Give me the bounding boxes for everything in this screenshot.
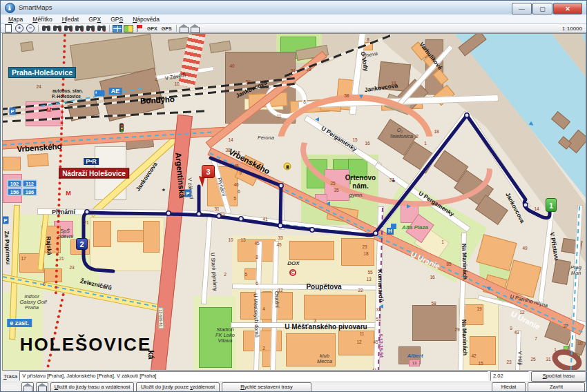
map-label: Man <box>571 270 581 276</box>
map-shape <box>552 259 571 284</box>
map-label: Nádraží Holešovice <box>59 168 129 179</box>
app-compass-icon <box>5 3 15 13</box>
search-button-1[interactable] <box>41 24 52 32</box>
house-number: 4 <box>155 77 157 82</box>
house-number: 23 <box>506 360 511 364</box>
menu-item-mapa[interactable]: Mapa <box>3 16 28 23</box>
house-number: 13 <box>366 277 371 282</box>
map-shape <box>304 295 366 320</box>
distance-field[interactable]: 2.02 <box>490 371 529 381</box>
flag-button[interactable] <box>134 24 145 32</box>
map-label: Poupětova <box>306 283 341 291</box>
ast-icon: * <box>392 178 395 186</box>
find-button[interactable]: Hledat <box>492 382 526 392</box>
menu-item-gpx[interactable]: GPX <box>84 16 106 23</box>
house-icon <box>23 386 32 392</box>
gps-button[interactable]: GPS <box>160 26 174 31</box>
house-number: 40 <box>229 63 234 68</box>
house-number: 33 <box>278 235 282 240</box>
house-number: 9 <box>239 170 242 175</box>
route-marker-3[interactable]: 3 <box>202 165 215 178</box>
house-number: 6 <box>43 282 46 286</box>
gpx-button[interactable]: GPX <box>145 26 160 31</box>
search-button-3[interactable] <box>63 24 74 32</box>
menu-bar: MapaMěřítkoHledatGPXGPSNápověda <box>1 14 586 24</box>
home-action-button-1[interactable] <box>21 382 34 392</box>
house-number: 3 <box>314 318 316 323</box>
map-label: Mecca <box>317 358 332 364</box>
maximize-button[interactable]: ▢ <box>532 3 552 14</box>
map-label: e zast. <box>7 319 32 327</box>
house-number: 33 <box>220 212 224 217</box>
map-label: O₂ <box>397 127 403 133</box>
map-label: P•R <box>84 158 99 165</box>
compute-route-button[interactable]: Spočítat trasu <box>531 371 586 382</box>
house-icon <box>180 27 189 33</box>
house-number: 4 <box>262 306 265 311</box>
zoom-in-button[interactable]: + <box>14 24 25 32</box>
search-button-5[interactable] <box>85 24 96 32</box>
menu-item-gps[interactable]: GPS <box>106 16 128 23</box>
map-label: V Háji <box>517 351 523 365</box>
home-action-button-2[interactable] <box>36 382 48 392</box>
trasa-label: Trasa <box>3 373 17 380</box>
house-number: 35 <box>334 188 338 193</box>
menu-item-měřítko[interactable]: Měřítko <box>28 16 57 23</box>
route-input[interactable]: V přístavu [Praha], Jablonského [Praha],… <box>19 371 488 381</box>
house-number: 9 <box>510 326 512 331</box>
home-button-1[interactable] <box>179 24 190 32</box>
house-number: 10 <box>174 81 179 86</box>
house-number: 49 <box>522 246 527 251</box>
cart-icon: 13 <box>409 360 420 366</box>
title-bar[interactable]: SmartMaps — ▢ ✕ <box>1 1 586 15</box>
binoculars-icon <box>42 26 50 31</box>
menu-item-hledat[interactable]: Hledat <box>57 16 84 23</box>
save-route-distance-button[interactable]: Uložit do jízdy trasu a vzdálenost <box>50 382 134 392</box>
menu-item-nápověda[interactable]: Nápověda <box>128 16 164 23</box>
house-number: 5 <box>233 196 236 201</box>
home-button-2[interactable] <box>190 24 201 32</box>
house-number: 8 <box>367 37 369 42</box>
house-number: 45 <box>254 241 259 246</box>
alta-icon <box>391 224 396 229</box>
save-distance-button[interactable]: Uložit do jízdy pouze vzdálenost <box>136 382 220 392</box>
house-number: 18 <box>391 81 396 86</box>
minimize-button[interactable]: — <box>512 3 532 14</box>
quick-route-button[interactable]: Rychlé sestavení trasy <box>222 382 311 392</box>
map-style-button[interactable] <box>123 24 134 32</box>
search-button-6[interactable] <box>96 24 107 32</box>
map-label: P.-Holešovice <box>52 94 81 99</box>
binoculars-icon <box>75 26 84 31</box>
map-label: Vltava <box>218 337 233 344</box>
map-canvas[interactable]: Praha-Holešoviceautobus. stan.P.-Holešov… <box>2 33 586 371</box>
oneway-arrow-icon <box>326 202 330 206</box>
close-dialog-button[interactable]: Zavřít <box>528 382 585 392</box>
map-label: Albert <box>407 353 423 359</box>
close-button[interactable]: ✕ <box>553 3 582 14</box>
search-button-2[interactable] <box>52 24 63 32</box>
house-number: 12 <box>519 310 524 315</box>
map-label: Oseva <box>363 50 378 59</box>
map-label: gymn. <box>349 192 363 198</box>
map-label: 102 <box>8 180 22 188</box>
oneway-arrow-icon <box>359 95 363 99</box>
house-number: 45 <box>233 164 238 168</box>
house-number: 11 <box>360 331 365 336</box>
map-label: U Měšťanského pivovaru <box>285 323 367 331</box>
binoculars-icon <box>64 26 73 31</box>
oneway-arrow-icon <box>407 204 411 208</box>
map-label: Na Maninách <box>461 320 469 356</box>
zoom-out-button[interactable]: − <box>25 24 36 32</box>
house-number: 23 <box>362 244 367 249</box>
map-shape <box>117 230 144 242</box>
new-map-button[interactable] <box>3 24 14 32</box>
route-marker-2[interactable]: 2 <box>76 238 88 250</box>
house-number: 21 <box>59 256 64 261</box>
search-button-4[interactable] <box>74 24 85 32</box>
house-number: 25 <box>330 181 335 186</box>
route-marker-1[interactable]: 1 <box>546 198 557 212</box>
house-number: 15 <box>352 137 357 142</box>
oneway-arrow-icon <box>379 304 383 308</box>
map-view-button[interactable] <box>112 24 123 32</box>
house-number: 10 <box>577 341 582 346</box>
